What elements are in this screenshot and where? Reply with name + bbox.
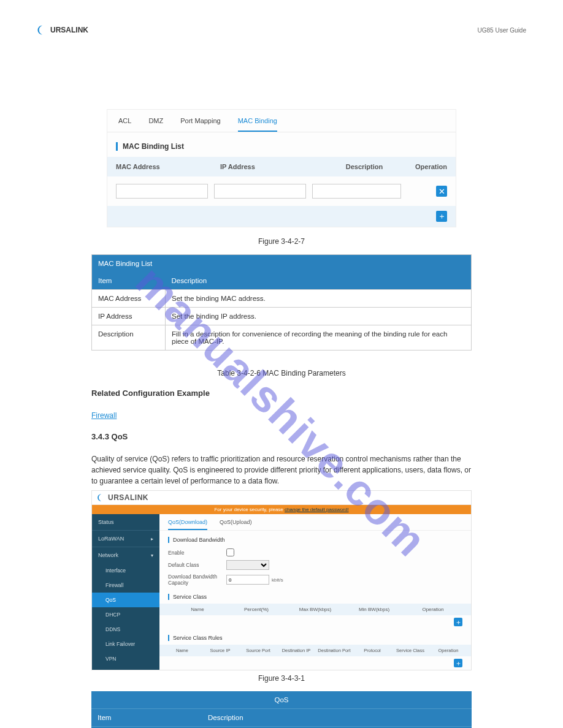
cell-desc: Set the binding MAC address. [166,290,472,308]
row-dl-bw: Download Bandwidth Capacity kbit/s [159,572,471,588]
col-desc: Description [318,163,410,170]
sidebar-item-label: Network [98,552,118,558]
select-default-class[interactable] [226,560,269,570]
screenshot-qos: URSALINK For your device security, pleas… [91,490,472,670]
svc-rules-header: Name Source IP Source Port Destination I… [159,645,471,656]
col-op: Operation [410,163,447,170]
sidebar-item-network[interactable]: Network▾ [92,547,159,563]
add-icon[interactable]: ＋ [454,618,462,626]
col-percent: Percent(%) [227,607,286,612]
tab-acl[interactable]: ACL [118,117,131,132]
section-svc-rules: Service Class Rules [168,635,462,641]
chevron-down-icon: ▾ [151,553,153,558]
qos-intro: Quality of service (QoS) refers to traff… [91,453,472,487]
sidebar-item-link-failover[interactable]: Link Failover [92,637,159,651]
desc-table-qos: QoS Item Description Download/Upload Ena… [91,691,472,728]
related-link[interactable]: Firewall [91,410,472,421]
tab-dmz[interactable]: DMZ [148,117,163,132]
input-dl-bw[interactable] [226,575,269,585]
tab-mac-binding[interactable]: MAC Binding [238,117,277,132]
col-maxbw: Max BW(kbps) [286,607,345,612]
cell-item: IP Address [92,308,166,325]
sidebar-item-label: Status [98,519,114,525]
sidebar-item-lorawan[interactable]: LoRaWAN▸ [92,530,159,547]
col-srcip: Source IP [201,648,239,653]
figure-caption-1: Figure 3-4-2-7 [37,237,526,246]
desc-table-mac-binding: MAC Binding List Item Description MAC Ad… [91,254,472,351]
banner-text: For your device security, please [214,507,285,512]
input-mac[interactable] [116,184,208,199]
tab-qos-upload[interactable]: QoS(Upload) [220,519,252,530]
col-dstport: Destination Port [315,648,353,653]
input-ip[interactable] [214,184,306,199]
col-desc: Description [202,709,472,727]
tab-qos-download[interactable]: QoS(Download) [168,519,207,530]
desc-title: MAC Binding List [92,255,472,273]
col-op: Operation [404,607,462,612]
table-footer: ＋ [107,206,456,227]
col-srcport: Source Port [239,648,277,653]
input-desc[interactable] [312,184,401,199]
col-minbw: Min BW(kbps) [345,607,404,612]
related-title: Related Configuration Example [91,389,472,398]
cell-item: MAC Address [92,290,166,308]
cell-item: Description [92,325,166,351]
sidebar-item-dhcp[interactable]: DHCP [92,607,159,622]
table-row: ✕ [107,176,456,206]
row-enable: Enable [159,547,471,558]
table-row: IP Address Set the binding IP address. [92,308,472,325]
logo-text: URSALINK [108,493,148,502]
col-name: Name [163,648,201,653]
qos-tabs: QoS(Download) QoS(Upload) [159,514,471,531]
add-icon[interactable]: ＋ [454,659,462,667]
brand-top: URSALINK [37,25,88,36]
cell-desc: Fill in a description for convenience of… [166,325,472,351]
sidebar-item-qos[interactable]: QoS [92,593,159,607]
col-name: Name [168,607,227,612]
svc-class-footer: ＋ [159,615,471,629]
chevron-right-icon: ▸ [151,536,153,542]
col-op: Operation [429,648,467,653]
brand-text: URSALINK [50,26,88,34]
svc-class-header: Name Percent(%) Max BW(kbps) Min BW(kbps… [159,604,471,615]
label-default-class: Default Class [168,562,226,568]
col-proto: Protocol [353,648,391,653]
banner-link[interactable]: change the default password! [285,507,349,512]
doc-header: URSALINK UG85 User Guide [37,25,526,36]
unit-kbits: kbit/s [272,577,283,583]
sidebar-item-vpn[interactable]: VPN [92,651,159,666]
sidebar-item-ddns[interactable]: DDNS [92,622,159,637]
tab-port-mapping[interactable]: Port Mapping [180,117,220,132]
table-caption-1: Table 3-4-2-6 MAC Binding Parameters [37,369,526,377]
desc-col-desc: Description [166,272,472,290]
sidebar: Status LoRaWAN▸ Network▾ Interface Firew… [92,514,159,670]
add-icon[interactable]: ＋ [436,211,447,222]
table-row: Description Fill in a description for co… [92,325,472,351]
svc-rules-footer: ＋ [159,656,471,670]
sidebar-item-label: LoRaWAN [98,536,124,542]
sidebar-item-firewall[interactable]: Firewall [92,578,159,593]
sidebar-item-status[interactable]: Status [92,514,159,530]
table-row: MAC Address Set the binding MAC address. [92,290,472,308]
col-svc: Service Class [391,648,429,653]
col-mac: MAC Address [116,163,220,170]
figure-caption-2: Figure 3-4-3-1 [37,674,526,683]
delete-icon[interactable]: ✕ [436,186,447,197]
section-service-class: Service Class [168,594,462,600]
label-dl-bw: Download Bandwidth Capacity [168,574,226,586]
section-mac-binding-list: MAC Binding List [116,142,447,151]
qos-title: QoS [91,691,472,709]
cell-desc: Set the binding IP address. [166,308,472,325]
sidebar-item-interface[interactable]: Interface [92,563,159,578]
checkbox-enable[interactable] [226,548,234,556]
col-dstip: Destination IP [277,648,315,653]
security-banner: For your device security, please change … [92,505,471,514]
col-ip: IP Address [220,163,318,170]
label-enable: Enable [168,550,226,556]
qos-section-title: 3.4.3 QoS [91,432,472,441]
firewall-tabs: ACL DMZ Port Mapping MAC Binding [107,110,456,132]
table-header: MAC Address IP Address Description Opera… [107,157,456,176]
doc-subtitle: UG85 User Guide [478,27,526,34]
row-default-class: Default Class [159,558,471,572]
screenshot-mac-binding: ACL DMZ Port Mapping MAC Binding MAC Bin… [107,109,456,227]
